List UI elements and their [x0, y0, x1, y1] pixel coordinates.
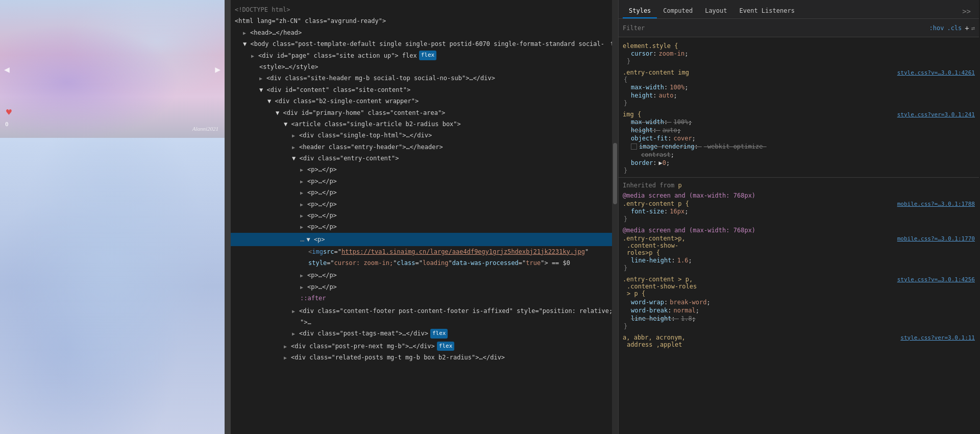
dom-line[interactable]: ▶ <p>…</p> — [231, 270, 618, 281]
filter-input[interactable] — [649, 25, 929, 32]
dom-scrollbar[interactable] — [612, 0, 618, 434]
dom-line[interactable]: …▼ <p> — [231, 233, 618, 246]
left-arrow-icon[interactable]: ◀ — [4, 64, 10, 75]
left-panel: ◀ ▶ ♥ 0 Alanni2021 — [0, 0, 225, 434]
image-top: ◀ ▶ ♥ 0 Alanni2021 — [0, 0, 225, 138]
rule-media-1: @media screen and (max-width: 768px) .en… — [619, 191, 979, 224]
prop-height-2[interactable]: height: auto; — [623, 126, 975, 134]
dom-line[interactable]: ▶ <p>…</p> — [231, 176, 618, 187]
prop-val-cursor: zoom-in — [659, 50, 685, 57]
tab-styles[interactable]: Styles — [623, 4, 657, 18]
rule-source-img[interactable]: style.css?ver=3.0.1:241 — [897, 111, 975, 118]
prop-max-width-2[interactable]: max-width: 100%; — [623, 118, 975, 126]
filter-arrows[interactable]: ⇄ — [971, 25, 975, 32]
styles-content: element.style { cursor: zoom-in; } .entr… — [619, 37, 979, 434]
right-arrow-icon[interactable]: ▶ — [215, 64, 220, 75]
tab-computed[interactable]: Computed — [657, 4, 699, 18]
media-query-1: @media screen and (max-width: 768px) — [623, 192, 975, 200]
rule-media-2: @media screen and (max-width: 768px) .en… — [619, 226, 979, 273]
heart-icon[interactable]: ♥ — [6, 107, 12, 117]
rule-selector-a-abbr[interactable]: a, abbr, acronym, style.css?ver=3.0.1:11 — [623, 334, 975, 341]
dom-line[interactable]: ▶ <p>…</p> — [231, 210, 618, 221]
dom-line[interactable]: <img src="https://tva1.sinaimg.cn/large/… — [231, 246, 618, 257]
rule-entry-content-img: .entry-content img style.css?v=…3.0.1:42… — [619, 68, 979, 108]
dom-line[interactable]: ▼ <div id="primary-home" class="content-… — [231, 107, 618, 118]
prop-height-1[interactable]: height: auto; — [623, 91, 975, 100]
prop-line-height-1[interactable]: line-height: 1.6; — [623, 256, 975, 264]
image-bottom — [0, 138, 225, 434]
rule-selector-entry-content-img[interactable]: .entry-content img style.css?v=…3.0.1:42… — [623, 69, 975, 76]
count-badge: 0 — [5, 121, 9, 128]
rule-selector-a-abbr-b: address ,applet — [623, 341, 975, 348]
prop-name-cursor: cursor — [631, 50, 653, 57]
dom-line[interactable]: ▶ <p>…</p> — [231, 221, 618, 232]
dom-line[interactable]: <style>…</style> — [231, 61, 618, 73]
rule-entry-content-p: .entry-content > p, style.css?v=…3.0.1:4… — [619, 275, 979, 331]
dom-line[interactable]: ▶ <p>…</p> — [231, 164, 618, 175]
dom-line[interactable]: ▼ <article class="single-article b2-radi… — [231, 118, 618, 130]
rule-source-entry-content-p[interactable]: style.css?v=…3.0.1:4256 — [897, 276, 975, 283]
rule-selector-entry-p-c: > p { — [623, 290, 975, 297]
prop-word-break[interactable]: word-break: normal; — [623, 306, 975, 315]
rule-selector-element-style[interactable]: element.style { — [623, 42, 975, 50]
image-bottom-bg — [0, 138, 225, 434]
rule-selector-img[interactable]: img { style.css?ver=3.0.1:241 — [623, 111, 975, 118]
dom-context-menu-btn[interactable]: … — [300, 233, 304, 246]
dom-line[interactable]: <html lang="zh-CN" class="avgrund-ready"… — [231, 15, 618, 27]
dom-line[interactable]: ▼ <body class="post-template-default sin… — [231, 38, 618, 50]
checkbox-image-rendering[interactable] — [631, 143, 637, 150]
filter-hov[interactable]: :hov — [929, 25, 944, 32]
rule-source-entry-content-img[interactable]: style.css?v=…3.0.1:4261 — [897, 69, 975, 76]
rule-selector-entry-p-b: .content-show-roles — [623, 283, 975, 290]
dom-line[interactable]: ▼ <div class="b2-single-content wrapper"… — [231, 95, 618, 107]
dom-line[interactable]: ▶ <div class="post-pre-next mg-b">…</div… — [231, 341, 618, 352]
rule-selector-entry-content-p[interactable]: .entry-content > p, style.css?v=…3.0.1:4… — [623, 276, 975, 283]
prop-object-fit[interactable]: object-fit: cover; — [623, 134, 975, 142]
dom-scrollbar-thumb[interactable] — [613, 143, 617, 204]
dom-line[interactable]: ▶ <div class="site-header mg-b social-to… — [231, 73, 618, 84]
tab-layout[interactable]: Layout — [699, 4, 733, 18]
rule-source-media-1[interactable]: mobile.css?=…3.0.1:1788 — [897, 201, 975, 207]
styles-panel: Styles Computed Layout Event Listeners >… — [619, 0, 979, 434]
left-scrollbar[interactable] — [225, 0, 231, 434]
filter-cls[interactable]: .cls — [947, 25, 962, 32]
prop-max-width-1[interactable]: max-width: 100%; — [623, 83, 975, 91]
rule-source-a-abbr[interactable]: style.css?ver=3.0.1:11 — [900, 334, 975, 341]
dom-line[interactable]: ▼ <div id="content" class="site-content"… — [231, 84, 618, 95]
prop-line-height-2[interactable]: line-height: 1.8; — [623, 315, 975, 323]
prop-image-rendering-cont: contrast; — [623, 151, 975, 159]
media-query-2: @media screen and (max-width: 768px) — [623, 227, 975, 235]
rule-selector-media-2[interactable]: .entry-content>p, mobile.css?=…3.0.1:177… — [623, 235, 975, 242]
dom-line[interactable]: ::after — [231, 293, 618, 304]
prop-border[interactable]: border: ▶ 0; — [623, 159, 975, 167]
inherited-from-value[interactable]: p — [678, 182, 681, 189]
rule-source-media-2[interactable]: mobile.css?=…3.0.1:1770 — [897, 235, 975, 242]
dom-line[interactable]: ▼ <div class="entry-content"> — [231, 153, 618, 164]
rule-selector-media-1[interactable]: .entry-content p { mobile.css?=…3.0.1:17… — [623, 200, 975, 207]
devtools-tabs: Styles Computed Layout Event Listeners >… — [619, 0, 979, 19]
prop-font-size[interactable]: font-size: 16px; — [623, 207, 975, 215]
tab-event-listeners[interactable]: Event Listeners — [733, 4, 801, 18]
dom-line[interactable]: ▶ <div class="post-tags-meat">…</div>fle… — [231, 328, 618, 339]
dom-line[interactable]: ▶ <p>…</p> — [231, 199, 618, 210]
prop-word-wrap[interactable]: word-wrap: break-word; — [623, 298, 975, 306]
dom-line[interactable]: <!DOCTYPE html> — [231, 4, 618, 15]
dom-tree: <!DOCTYPE html><html lang="zh-CN" class=… — [231, 0, 618, 434]
prop-image-rendering[interactable]: image-rendering: -webkit-optimize- — [623, 142, 975, 151]
tabs-more[interactable]: >> — [958, 4, 975, 18]
dom-line[interactable] — [231, 364, 618, 365]
dom-line[interactable]: style="cursor: zoom-in;" class="loading"… — [231, 257, 618, 269]
dom-line[interactable]: ▶ <p>…</p> — [231, 187, 618, 198]
dom-line[interactable]: ▶ <head>…</head> — [231, 27, 618, 38]
dom-line[interactable]: ▶ <p>…</p> — [231, 281, 618, 293]
prop-cursor[interactable]: cursor: zoom-in; — [623, 50, 975, 58]
rule-element-style: element.style { cursor: zoom-in; } — [619, 41, 979, 66]
dom-line[interactable]: ▶ <div class="content-footer post-conten… — [231, 305, 618, 317]
dom-line[interactable]: ▶ <div class="single-top-html">…</div> — [231, 130, 618, 141]
dom-line[interactable]: ">… — [231, 317, 618, 328]
watermark: Alanni2021 — [192, 126, 218, 132]
filter-plus[interactable]: + — [965, 24, 969, 32]
dom-line[interactable]: ▶ <header class="entry-header">…</header… — [231, 141, 618, 153]
dom-line[interactable]: ▶ <div class="related-posts mg-t mg-b bo… — [231, 352, 618, 363]
dom-line[interactable]: ▶ <div id="page" class="site action up">… — [231, 50, 618, 61]
